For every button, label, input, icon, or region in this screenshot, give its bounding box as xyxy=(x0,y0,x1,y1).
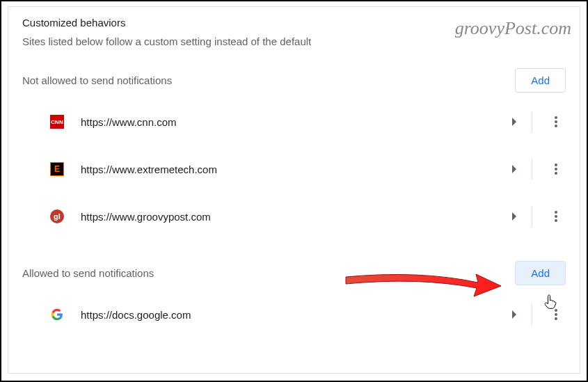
expand-icon[interactable] xyxy=(501,108,529,136)
kebab-menu-icon[interactable] xyxy=(542,108,570,136)
site-url: https://www.groovypost.com xyxy=(81,211,501,223)
kebab-menu-icon[interactable] xyxy=(542,155,570,183)
svg-point-5 xyxy=(555,172,557,175)
svg-point-7 xyxy=(555,215,557,218)
svg-point-3 xyxy=(555,164,557,166)
site-row[interactable]: https://docs.google.com xyxy=(8,291,580,338)
divider xyxy=(532,304,532,325)
expand-icon[interactable] xyxy=(501,301,529,328)
divider xyxy=(532,111,532,132)
section-title: Customized behaviors xyxy=(8,17,580,29)
site-row[interactable]: CNN https://www.cnn.com xyxy=(8,98,580,145)
row-actions xyxy=(501,108,570,136)
svg-point-0 xyxy=(555,116,557,119)
row-actions xyxy=(501,301,570,328)
group-label-allowed: Allowed to send notifications xyxy=(22,267,154,279)
svg-point-10 xyxy=(555,313,557,316)
svg-point-6 xyxy=(555,211,557,214)
svg-point-2 xyxy=(555,125,557,127)
divider xyxy=(532,206,532,227)
kebab-menu-icon[interactable] xyxy=(542,202,570,230)
group-header-not-allowed: Not allowed to send notifications Add xyxy=(8,47,580,98)
favicon-icon: E xyxy=(50,162,64,176)
row-actions xyxy=(501,202,570,230)
kebab-menu-icon[interactable] xyxy=(542,301,570,328)
settings-panel: Customized behaviors Sites listed below … xyxy=(8,6,580,374)
add-button-not-allowed[interactable]: Add xyxy=(515,68,566,93)
favicon-icon xyxy=(50,308,64,321)
site-row[interactable]: E https://www.extremetech.com xyxy=(8,145,580,193)
site-url: https://docs.google.com xyxy=(81,309,501,321)
site-row[interactable]: gI https://www.groovypost.com xyxy=(8,193,580,240)
svg-point-9 xyxy=(555,309,557,312)
add-button-allowed[interactable]: Add xyxy=(515,261,566,285)
svg-point-11 xyxy=(555,317,557,320)
expand-icon[interactable] xyxy=(501,202,529,230)
favicon-icon: CNN xyxy=(50,115,64,129)
group-header-allowed: Allowed to send notifications Add xyxy=(8,240,580,291)
expand-icon[interactable] xyxy=(501,155,529,183)
svg-point-4 xyxy=(555,168,557,170)
svg-point-1 xyxy=(555,120,557,123)
group-label-not-allowed: Not allowed to send notifications xyxy=(22,74,172,86)
favicon-icon: gI xyxy=(50,209,64,223)
site-url: https://www.cnn.com xyxy=(81,116,501,128)
svg-point-8 xyxy=(555,219,557,222)
row-actions xyxy=(501,155,570,183)
site-url: https://www.extremetech.com xyxy=(81,164,501,175)
divider xyxy=(532,159,532,180)
section-description: Sites listed below follow a custom setti… xyxy=(8,29,580,47)
